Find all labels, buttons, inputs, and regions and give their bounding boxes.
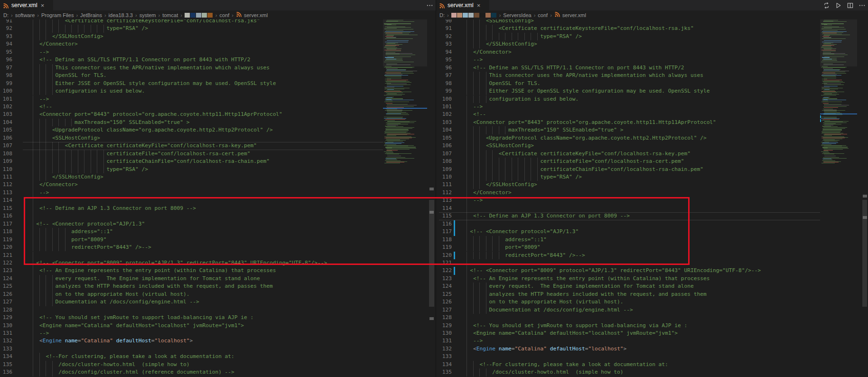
code-line[interactable]: <!-- [460, 111, 486, 119]
minimap-right[interactable] [820, 17, 857, 377]
code-line[interactable]: <!-- Define an AJP 1.3 Connector on port… [27, 205, 196, 213]
code-line[interactable]: <Engine name="Catalina" defaultHost="loc… [460, 330, 678, 338]
code-line[interactable]: <!-- <Connector port="8009" protocol="AJ… [460, 267, 761, 275]
code-line[interactable]: address="::1" [460, 236, 547, 244]
scrollbar-right[interactable] [862, 17, 868, 377]
code-line[interactable]: type="RSA" /> [460, 173, 582, 181]
code-line[interactable]: </SSLHostConfig> [460, 181, 537, 189]
tab-server-xml-left[interactable]: server.xml × [0, 0, 53, 10]
code-line[interactable]: --> [460, 103, 483, 111]
breadcrumb-item[interactable]: system [140, 12, 156, 18]
code-line[interactable]: --> [27, 95, 49, 104]
close-icon[interactable]: × [41, 2, 45, 9]
tab-server-xml-right[interactable]: server.xml × [436, 0, 489, 10]
code-line[interactable]: <!-- [27, 103, 52, 111]
code-line[interactable]: port="8009" [460, 244, 540, 252]
code-line[interactable]: Either JSSE or OpenSSL style configurati… [27, 80, 276, 88]
code-line[interactable]: </Connector> [460, 48, 512, 57]
open-changes-icon[interactable] [822, 1, 831, 9]
breadcrumb-item[interactable]: software [15, 12, 35, 18]
breadcrumb-item-redacted[interactable] [451, 12, 497, 18]
code-line[interactable]: <!-- Define an SSL/TLS HTTP/1.1 Connecto… [460, 64, 684, 72]
code-line[interactable]: maxThreads="150" SSLEnabled="true" > [460, 126, 624, 134]
scrollbar-left[interactable] [429, 17, 435, 377]
code-line[interactable]: <!-- <Connector protocol="AJP/1.3" [460, 228, 579, 236]
scrollbar-slider[interactable] [429, 200, 434, 307]
code-line[interactable]: OpenSSL for TLS. [460, 80, 540, 88]
code-line[interactable]: </Connector> [460, 189, 512, 197]
code-line[interactable]: <!-- You should set jvmRoute to support … [27, 314, 253, 322]
code-line[interactable]: <Engine name="Catalina" defaultHost="loc… [460, 345, 626, 353]
minimap-slider[interactable] [820, 17, 857, 66]
breadcrumb-item[interactable]: ServersIdea [503, 12, 531, 18]
code-line[interactable]: <!-- <Connector protocol="AJP/1.3" [27, 220, 145, 228]
breadcrumb-item-redacted[interactable] [185, 12, 213, 18]
breadcrumb-item[interactable]: idea18.3.3 [109, 12, 133, 18]
code-line[interactable]: </Connector> [27, 40, 78, 48]
code-line[interactable]: redirectPort="8443" />--> [460, 252, 585, 260]
code-line[interactable]: maxThreads="150" SSLEnabled="true" > [27, 119, 190, 127]
code-line[interactable]: <!-- Define an AJP 1.3 Connector on port… [460, 212, 630, 220]
code-line[interactable]: every request. The Engine implementation… [27, 275, 260, 283]
more-actions-icon[interactable] [425, 1, 434, 9]
code-line[interactable]: <Engine name="Catalina" defaultHost="loc… [27, 337, 193, 345]
code-line[interactable]: <Certificate certificateKeyFile="conf/lo… [460, 150, 691, 158]
code-line[interactable]: <Connector port="8443" protocol="org.apa… [460, 119, 716, 127]
code-line[interactable]: --> [27, 189, 49, 197]
code-line[interactable]: certificateChainFile="conf/localhost-rsa… [460, 166, 703, 174]
code-line[interactable]: --> [27, 330, 49, 338]
code-line[interactable]: on to the appropriate Host (virtual host… [460, 298, 624, 306]
code-line[interactable]: type="RSA" /> [27, 166, 148, 174]
code-line[interactable]: certificateFile="conf/localhost-rsa-cert… [27, 150, 250, 158]
split-editor-icon[interactable] [846, 1, 854, 9]
code-line[interactable]: <Engine name="Catalina" defaultHost="loc… [27, 322, 244, 330]
breadcrumb-item[interactable]: tomcat [162, 12, 178, 18]
more-actions-icon[interactable] [858, 1, 866, 9]
breadcrumb-item[interactable]: D: [3, 12, 9, 18]
code-line[interactable]: --> [27, 48, 49, 57]
code-line[interactable]: <!-- Define an SSL/TLS HTTP/1.1 Connecto… [27, 56, 250, 64]
breadcrumb-item[interactable]: D: [439, 12, 445, 18]
code-line[interactable]: <!--For clustering, please take a look a… [460, 361, 668, 369]
code-line[interactable]: </Connector> [27, 181, 78, 189]
code-line[interactable]: Either JSSE or OpenSSL style configurati… [460, 87, 709, 95]
editor-right[interactable]: 90 <SSLHostConfig>91 <Certificate certif… [436, 0, 868, 377]
code-line[interactable]: Documentation at /docs/config/engine.htm… [460, 306, 633, 314]
close-icon[interactable]: × [477, 2, 481, 9]
code-line[interactable]: type="RSA" /> [460, 33, 582, 41]
code-line[interactable]: <UpgradeProtocol className="org.apache.c… [27, 126, 273, 134]
code-line[interactable]: <!-- An Engine represents the entry poin… [460, 275, 709, 283]
code-line[interactable]: <SSLHostConfig> [27, 134, 100, 142]
code-line[interactable]: --> [460, 337, 483, 345]
code-line[interactable]: <!--For clustering, please take a look a… [27, 353, 234, 361]
breadcrumb-item[interactable]: server.xml [236, 11, 268, 19]
breadcrumb-item[interactable]: Program Files [41, 12, 74, 18]
code-line[interactable]: type="RSA" /> [27, 25, 148, 33]
breadcrumb-item[interactable]: conf [220, 12, 230, 18]
code-line[interactable]: <Certificate certificateKeyFile="conf/lo… [27, 142, 257, 150]
code-line[interactable]: certificateChainFile="conf/localhost-rsa… [27, 158, 270, 166]
code-line[interactable]: /docs/cluster-howto.html (simple how to) [460, 368, 624, 377]
code-line[interactable]: </SSLHostConfig> [27, 173, 103, 181]
code-line[interactable]: /docs/cluster-howto.html (simple how to) [27, 361, 190, 369]
breadcrumb-item[interactable]: JetBrains [80, 12, 102, 18]
code-line[interactable]: <UpgradeProtocol className="org.apache.c… [460, 134, 707, 142]
code-line[interactable]: </SSLHostConfig> [27, 33, 103, 41]
code-line[interactable]: --> [460, 197, 483, 205]
code-line[interactable]: <SSLHostConfig> [460, 142, 534, 150]
code-line[interactable]: certificateFile="conf/localhost-rsa-cert… [460, 158, 684, 166]
code-line[interactable]: <!-- An Engine represents the entry poin… [27, 267, 276, 275]
code-line[interactable]: analyzes the HTTP headers included with … [460, 291, 707, 299]
code-line[interactable]: analyzes the HTTP headers included with … [27, 283, 273, 291]
code-line[interactable]: address="::1" [27, 228, 113, 236]
breadcrumb-item[interactable]: server.xml [554, 11, 586, 19]
code-line[interactable]: <Connector port="8443" protocol="org.apa… [27, 111, 282, 119]
code-line[interactable]: </SSLHostConfig> [460, 40, 537, 48]
code-line[interactable]: every request. The Engine implementation… [460, 283, 694, 291]
code-line[interactable]: Documentation at /docs/config/engine.htm… [27, 298, 199, 306]
code-line[interactable]: <Certificate certificateKeystoreFile="co… [460, 25, 694, 33]
code-line[interactable]: This connector uses the APR/native imple… [27, 64, 270, 72]
minimap-slider[interactable] [383, 17, 427, 66]
editor-left[interactable]: 91 <Certificate certificateKeystoreFile=… [0, 0, 436, 377]
code-line[interactable]: configuration is used below. [460, 95, 579, 104]
